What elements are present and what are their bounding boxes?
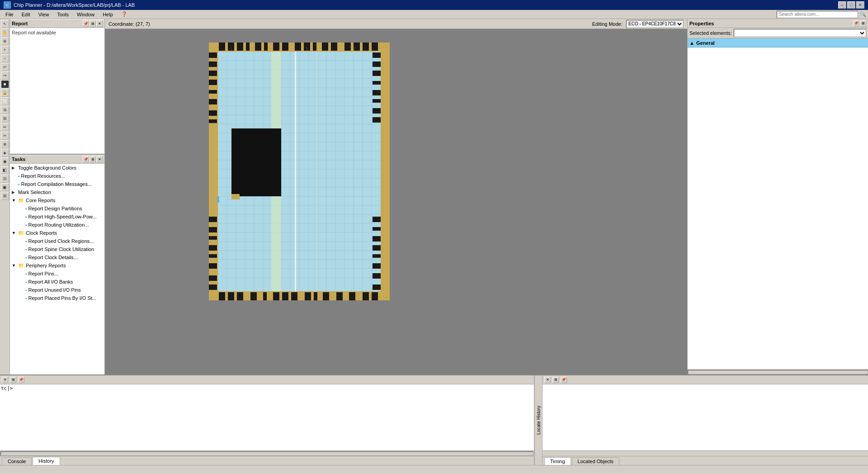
properties-selected-row: Selected elements: <box>688 28 868 38</box>
svg-rect-84 <box>209 71 217 76</box>
toolbar-pencil[interactable]: ✏ <box>1 123 9 131</box>
toolbar-delete[interactable]: ⊗ <box>1 140 9 148</box>
report-float-button[interactable]: ⊞ <box>90 20 96 27</box>
toolbar-select[interactable]: ⬜ <box>1 97 9 105</box>
svg-rect-79 <box>349 292 355 300</box>
toolbar-fill[interactable]: ■ <box>1 80 9 88</box>
close-button[interactable]: ✕ <box>856 1 864 9</box>
task-item-clock-reports[interactable]: ▼ 📁 Clock Reports <box>10 229 104 237</box>
chip-canvas-area[interactable]: ╱ ╲ ╱ ╲ ╱ <box>105 29 687 374</box>
svg-text:╲: ╲ <box>371 47 374 52</box>
properties-hscrollbar[interactable] <box>688 369 868 374</box>
task-item-report-clock-details[interactable]: ▪ Report Clock Details... <box>10 253 104 261</box>
report-close-button[interactable]: ✕ <box>96 20 103 27</box>
properties-header: Properties 📌 ⊞ <box>688 19 868 28</box>
properties-pin-button[interactable]: 📌 <box>853 20 859 27</box>
task-item-report-pins[interactable]: ▪ Report Pins... <box>10 270 104 278</box>
svg-rect-63 <box>344 43 351 51</box>
timing-pin-btn[interactable]: 📌 <box>561 377 567 383</box>
editing-mode-select[interactable]: ECO - EP4CE10F17C8 <box>626 20 684 28</box>
menu-file[interactable]: File <box>2 11 17 18</box>
toolbar-pan[interactable]: ✋ <box>1 28 9 37</box>
help-icon[interactable]: ❓ <box>118 10 131 18</box>
tab-console[interactable]: Console <box>2 457 32 465</box>
report-pin-button[interactable]: 📌 <box>83 20 89 27</box>
toolbar-extra1[interactable]: ◈ <box>1 149 9 157</box>
task-item-report-compilation[interactable]: ▪ Report Compilation Messages... <box>10 180 104 188</box>
toolbar-copy[interactable]: ⧉ <box>1 106 9 114</box>
doc-icon: ▪ <box>25 239 27 244</box>
task-item-report-design-partitions[interactable]: ▪ Report Design Partitions <box>10 204 104 213</box>
menu-edit[interactable]: Edit <box>18 11 34 18</box>
left-toolbar: ↖ ✋ ⊕ + − ↩ ↪ ■ 🔒 ⬜ ⧉ ⊞ ✏ ✂ ⊗ ◈ ◉ ◧ ⊟ ▣ … <box>0 19 10 374</box>
svg-rect-94 <box>209 254 217 258</box>
toolbar-cursor[interactable]: ↖ <box>1 20 9 28</box>
task-item-report-all-io-banks[interactable]: ▪ Report All I/O Banks <box>10 278 104 286</box>
task-label: Report Unused I/O Pins <box>28 287 81 293</box>
tasks-float-button[interactable]: ⊞ <box>90 156 96 162</box>
task-item-report-placed-pins[interactable]: ▪ Report Placed Pins By I/O St... <box>10 294 104 302</box>
tab-timing[interactable]: Timing <box>544 457 571 465</box>
task-item-report-resources[interactable]: ▪ Report Resources... <box>10 172 104 180</box>
console-float-btn[interactable]: ⊞ <box>10 377 16 383</box>
task-item-report-routing[interactable]: ▪ Report Routing Utilization... <box>10 221 104 229</box>
properties-float-button[interactable]: ⊞ <box>860 20 866 27</box>
menu-help[interactable]: Help <box>99 11 117 18</box>
toolbar-zoomout[interactable]: − <box>1 54 9 62</box>
timing-close-btn[interactable]: ✕ <box>544 377 551 383</box>
toolbar-extra2[interactable]: ◉ <box>1 157 9 166</box>
toolbar-lock[interactable]: 🔒 <box>1 89 9 97</box>
svg-rect-71 <box>263 292 267 300</box>
console-close-btn[interactable]: ✕ <box>2 377 8 383</box>
toolbar-extra5[interactable]: ▣ <box>1 183 9 191</box>
search-icon[interactable]: 🔍 <box>860 11 866 17</box>
maximize-button[interactable]: □ <box>847 1 855 9</box>
task-label: Report Compilation Messages... <box>21 181 92 187</box>
timing-hscrollbar[interactable] <box>542 450 868 456</box>
title-bar-left: C Chip Planner - D:/altera/WorkSpace/LAB… <box>4 1 135 9</box>
tasks-pin-button[interactable]: 📌 <box>83 156 89 162</box>
task-item-report-unused-io[interactable]: ▪ Report Unused I/O Pins <box>10 286 104 294</box>
task-item-periphery-reports[interactable]: ▼ 📁 Periphery Reports <box>10 261 104 270</box>
menu-tools[interactable]: Tools <box>53 11 72 18</box>
search-input[interactable] <box>777 11 858 18</box>
report-not-available-text: Report not available <box>12 30 56 35</box>
toolbar-extra3[interactable]: ◧ <box>1 166 9 174</box>
console-hscroll-track[interactable] <box>0 451 533 456</box>
properties-elements-select[interactable] <box>734 29 866 37</box>
menu-window[interactable]: Window <box>73 11 98 18</box>
task-item-mark-selection[interactable]: ▶ Mark Selection <box>10 188 104 196</box>
tasks-close-button[interactable]: ✕ <box>96 156 103 162</box>
toolbar-redo[interactable]: ↪ <box>1 71 9 80</box>
minimize-button[interactable]: ─ <box>838 1 846 9</box>
task-item-core-reports[interactable]: ▼ 📁 Core Reports <box>10 196 104 204</box>
toolbar-extra4[interactable]: ⊟ <box>1 175 9 183</box>
toolbar-link[interactable]: ⊞ <box>1 114 9 123</box>
tab-located-objects[interactable]: Located Objects <box>572 457 620 465</box>
title-bar-controls[interactable]: ─ □ ✕ <box>838 1 864 9</box>
properties-hscroll-track[interactable] <box>688 370 868 374</box>
properties-general-header[interactable]: ▲ General <box>688 38 868 47</box>
task-item-report-high-speed[interactable]: ▪ Report High-Speed/Low-Pow... <box>10 213 104 221</box>
toolbar-extra6[interactable]: ⊞ <box>1 192 9 200</box>
tasks-header: Tasks 📌 ⊞ ✕ <box>10 155 104 164</box>
task-item-toggle-bg[interactable]: ▶ Toggle Background Colors <box>10 164 104 172</box>
toolbar-zoom[interactable]: ⊕ <box>1 37 9 45</box>
svg-rect-56 <box>273 43 279 51</box>
toolbar-zoomin[interactable]: + <box>1 46 9 54</box>
menu-view[interactable]: View <box>35 11 53 18</box>
task-label: Report All I/O Banks <box>28 279 73 284</box>
tab-history[interactable]: History <box>33 457 60 465</box>
console-pin-btn[interactable]: 📌 <box>18 377 24 383</box>
report-content: Report not available <box>10 28 104 154</box>
svg-rect-86 <box>209 90 217 94</box>
console-hscrollbar[interactable] <box>0 450 534 456</box>
task-label: Clock Reports <box>26 230 57 236</box>
task-item-report-used-clock[interactable]: ▪ Report Used Clock Regions... <box>10 237 104 245</box>
console-prompt: tc|> <box>1 385 13 391</box>
toolbar-undo[interactable]: ↩ <box>1 63 9 71</box>
timing-float-btn[interactable]: ⊞ <box>552 377 559 383</box>
toolbar-cut[interactable]: ✂ <box>1 132 9 140</box>
task-item-report-spine-clock[interactable]: ▪ Report Spine Clock Utilization <box>10 245 104 253</box>
task-label: Report Clock Details... <box>28 255 78 260</box>
